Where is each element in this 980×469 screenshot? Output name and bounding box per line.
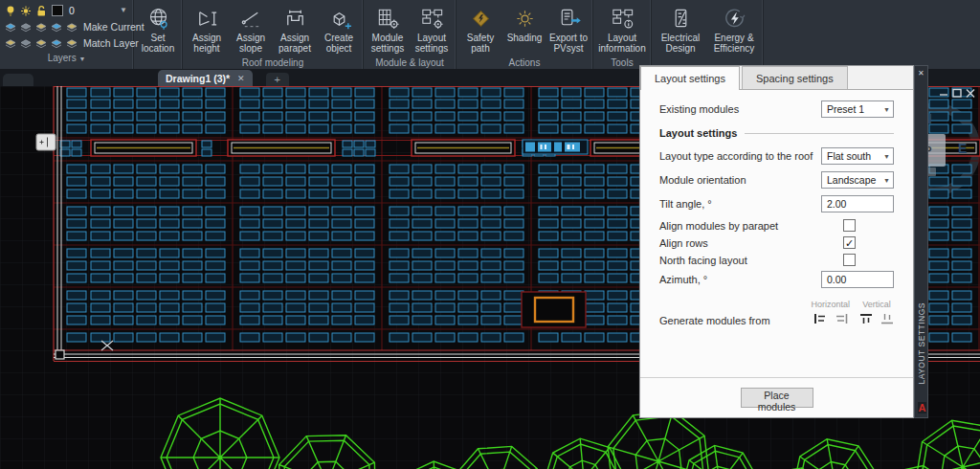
tab-drawing1[interactable]: Drawing1 (3)* ✕ [158,70,253,86]
sun-icon[interactable] [19,4,33,16]
electrical-design-button[interactable]: Electrical Design [654,2,707,55]
azimuth-label: Azimuth, ° [659,274,821,285]
layout-information-button[interactable]: Layout information [595,2,649,55]
module-settings-button[interactable]: Module settings [366,2,410,55]
existing-modules-label: Existing modules [659,103,821,115]
export-pvsyst-icon [556,4,582,33]
snap-marker [56,350,64,359]
electrical-design-icon [668,4,694,33]
shading-button[interactable]: Shading [502,2,546,55]
align-modules-by-parapet-checkbox[interactable] [843,219,856,232]
tab-stub [3,74,33,86]
chevron-down-icon[interactable]: ▼ [120,6,127,14]
layout-settings-label: Layout settings [415,33,448,55]
layer-stack-icon[interactable] [34,36,48,49]
create-object-button[interactable]: Create object [317,2,361,55]
assign-slope-label: Assign slope [236,33,265,55]
safety-path-label: Safety path [467,33,494,55]
tab-spacing-settings[interactable]: Spacing settings [742,66,848,89]
export-pvsyst-label: Export to PVsyst [549,33,588,55]
align-start-vertical-icon[interactable] [859,313,873,326]
make-current-button[interactable]: Make Current [4,18,129,34]
align-rows-row: Align rows✓ [659,235,894,250]
generate-modules-from-row: Generate modules fromHorizontalVertical [659,294,894,326]
ribbon-group-module-layout: Module settingsLayout settingsModule & l… [364,0,457,69]
assign-slope-button[interactable]: Assign slope [229,2,273,55]
vertical-align-column: Vertical [859,300,894,326]
layer-stack-icon[interactable] [65,36,78,49]
unlock-icon[interactable] [34,4,48,16]
ribbon: 0 ▼ Make Current Match Layer Layers ▼ Se… [0,0,980,69]
group-label: Actions [458,56,590,69]
group-title: Layout settings [659,127,737,139]
energy-efficiency-button[interactable]: Energy & Efficiency [707,2,761,55]
export-pvsyst-button[interactable]: Export to PVsyst [546,2,590,55]
chevron-down-icon: ▼ [883,177,890,184]
layer-stack-icon[interactable] [19,36,33,49]
existing-modules-select[interactable]: Preset 1▼ [821,100,894,118]
place-modules-button[interactable]: Place modules [741,388,813,408]
align-start-horizontal-icon[interactable] [813,313,827,326]
align-end-horizontal-icon [835,313,848,324]
assign-height-icon [194,4,220,33]
layer-stack-icon[interactable] [19,20,33,33]
module-orientation-select[interactable]: Landscape▼ [821,171,894,189]
layout-information-icon [610,4,635,33]
align-start-vertical-icon [859,313,873,324]
azimuth-input[interactable]: 0.00 [821,271,894,288]
chevron-down-icon: ▼ [883,153,890,160]
dialog-footer: Place modules [640,377,913,417]
module-orientation-row: Module orientationLandscape▼ [659,170,894,190]
align-modules-by-parapet-label: Align modules by parapet [659,220,843,232]
ribbon-group-tools: Layout informationTools [593,0,652,69]
safety-path-icon [468,4,494,33]
layer-stack-icon[interactable] [34,20,48,33]
tilt-angle-input[interactable]: 2.00 [821,195,894,212]
layer-color-swatch[interactable] [52,5,63,16]
ribbon-group-misc-0: Set location [134,0,183,69]
match-layer-button[interactable]: Match Layer [4,34,129,51]
safety-path-button[interactable]: Safety path [458,2,502,55]
align-end-vertical-icon [880,313,894,324]
chevron-down-icon: ▼ [883,106,890,113]
layer-combo[interactable]: 0 ▼ [4,2,129,18]
module-orientation-label: Module orientation [659,174,821,186]
module-settings-label: Module settings [371,33,404,55]
set-location-button[interactable]: Set location [136,2,180,55]
layer-stack-icon[interactable] [4,20,17,33]
group-label: Roof modeling [185,56,361,69]
energy-efficiency-label: Energy & Efficiency [714,33,755,55]
align-rows-label: Align rows [659,237,843,249]
module-settings-icon [375,4,401,33]
north-facing-layout-checkbox[interactable] [843,254,856,266]
layout-settings-button[interactable]: Layout settings [410,2,454,55]
group-label [136,56,180,69]
create-object-icon [326,4,352,33]
layers-panel: 0 ▼ Make Current Match Layer Layers ▼ [0,0,134,69]
tab-layout-settings[interactable]: Layout settings [640,66,740,90]
layers-panel-label[interactable]: Layers ▼ [4,52,129,64]
bulb-icon[interactable] [4,4,17,16]
horizontal-label: Horizontal [811,300,850,309]
north-facing-layout-label: North facing layout [659,255,843,266]
close-icon[interactable]: ✕ [237,74,245,83]
layer-name: 0 [69,5,118,16]
assign-height-button[interactable]: Assign height [185,2,229,55]
layer-stack-icon[interactable] [50,20,63,33]
azimuth-row: Azimuth, °0.00 [659,270,894,289]
align-end-horizontal-icon[interactable] [835,313,848,326]
layer-stack-icon[interactable] [50,36,63,49]
layer-stack-icon[interactable] [65,20,78,33]
vertical-label: Vertical [862,300,891,309]
layer-stack-icon[interactable] [4,36,17,49]
energy-efficiency-icon [722,4,747,33]
existing-modules-row: Existing modulesPreset 1▼ [659,100,894,119]
align-rows-checkbox[interactable]: ✓ [843,236,856,249]
assign-parapet-button[interactable]: Assign parapet [273,2,317,55]
layout-type-select[interactable]: Flat south▼ [821,147,894,165]
svg-text:E: E [958,141,967,156]
create-object-label: Create object [324,33,353,55]
align-end-vertical-icon[interactable] [880,313,894,326]
new-tab-button[interactable]: + [266,73,289,86]
close-icon[interactable]: ✕ [918,69,924,78]
